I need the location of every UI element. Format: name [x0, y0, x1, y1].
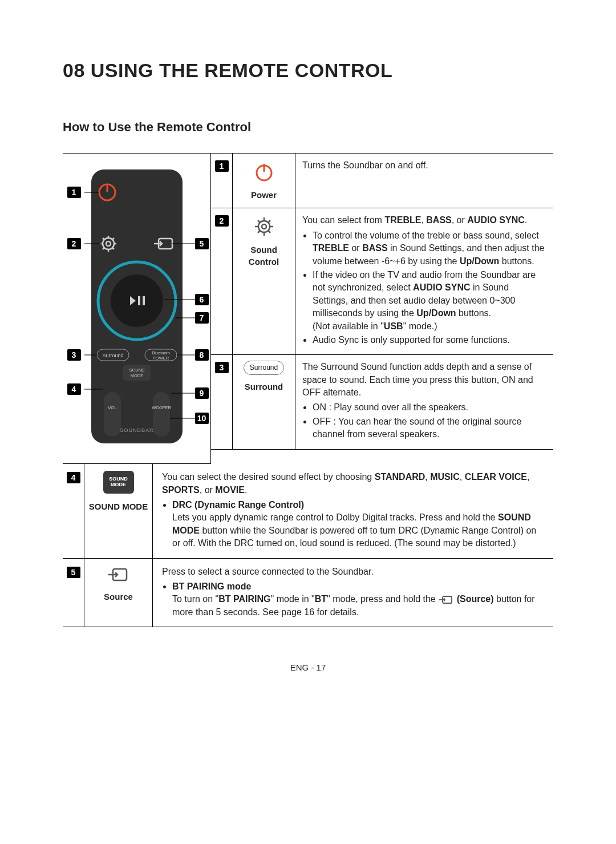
section-subtitle: How to Use the Remote Control: [63, 119, 553, 136]
label-power: Power: [251, 189, 277, 201]
label-surround: Surround: [245, 381, 283, 393]
row-power: 1 Power Turns the Soundbar on and off.: [211, 154, 553, 208]
callout-8: 8: [195, 349, 209, 361]
gear-icon: [253, 215, 275, 238]
svg-text:SOUNDBAR: SOUNDBAR: [120, 427, 153, 433]
remote-illustration: Surround Bluetooth POWER SOUND MODE VOL …: [68, 164, 205, 453]
callout-5: 5: [195, 238, 209, 249]
callout-6: 6: [195, 294, 209, 305]
callout-9: 9: [195, 387, 209, 399]
text-surround: The Surround Sound function adds depth a…: [295, 355, 553, 449]
svg-rect-30: [153, 392, 170, 437]
source-icon: [107, 566, 130, 584]
svg-text:SOUND: SOUND: [129, 368, 145, 373]
text-power: Turns the Soundbar on and off.: [295, 154, 553, 208]
callout-4: 4: [67, 383, 81, 395]
desc-column: 1 Power Turns the Soundbar on and off. 2: [211, 154, 553, 464]
callout-7: 7: [195, 312, 209, 324]
svg-line-52: [268, 231, 270, 233]
remote-svg: Surround Bluetooth POWER SOUND MODE VOL …: [68, 164, 205, 449]
svg-line-53: [258, 231, 260, 233]
num-1: 1: [215, 160, 229, 172]
remote-illustration-cell: Surround Bluetooth POWER SOUND MODE VOL …: [63, 154, 211, 464]
callout-10: 10: [195, 413, 209, 424]
source-inline-icon: [439, 595, 453, 604]
svg-rect-19: [143, 296, 145, 305]
svg-point-46: [262, 224, 266, 229]
svg-text:Surround: Surround: [102, 353, 123, 358]
num-4: 4: [67, 472, 80, 483]
row-source: 5 Source Press to select a source connec…: [63, 559, 553, 628]
row-sound-mode: 4 SOUNDMODE SOUND MODE You can select th…: [63, 464, 553, 558]
label-sound-control: Sound Control: [235, 244, 293, 268]
num-5: 5: [67, 567, 80, 578]
svg-text:MODE: MODE: [130, 373, 143, 378]
svg-text:POWER: POWER: [152, 356, 169, 361]
top-grid: Surround Bluetooth POWER SOUND MODE VOL …: [63, 153, 553, 464]
text-sound-mode: You can select the desired sound effect …: [153, 464, 553, 558]
svg-point-16: [111, 274, 163, 327]
text-source: Press to select a source connected to th…: [153, 559, 553, 627]
svg-rect-28: [104, 392, 121, 437]
surround-pill-icon: Surround: [244, 361, 284, 375]
svg-rect-18: [138, 296, 140, 305]
power-icon: [253, 160, 275, 183]
text-sound-control: You can select from TREBLE, BASS, or AUD…: [295, 208, 553, 354]
svg-line-51: [258, 220, 260, 223]
row-sound-control: 2 Sound Control You can select from TREB…: [211, 208, 553, 355]
svg-line-54: [268, 220, 270, 223]
callout-2: 2: [67, 238, 81, 249]
page-footer: ENG - 17: [63, 661, 553, 673]
num-2: 2: [215, 215, 229, 227]
svg-text:WOOFER: WOOFER: [152, 405, 171, 410]
callout-3: 3: [67, 349, 81, 361]
sound-mode-button-icon: SOUNDMODE: [103, 471, 134, 494]
page-title: 08 USING THE REMOTE CONTROL: [63, 57, 553, 84]
label-sound-mode: SOUND MODE: [89, 500, 148, 512]
svg-text:Bluetooth: Bluetooth: [152, 350, 170, 356]
callout-1: 1: [67, 187, 81, 198]
row-surround: 3 Surround Surround The Surround Sound f…: [211, 355, 553, 449]
svg-text:VOL: VOL: [107, 405, 117, 410]
num-3: 3: [215, 362, 229, 373]
label-source: Source: [104, 591, 133, 603]
